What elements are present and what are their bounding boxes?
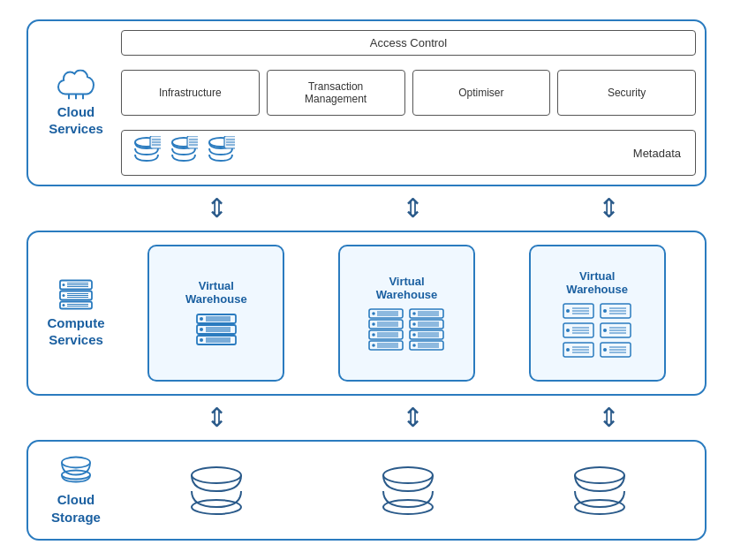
bidirectional-arrow-1: ⇕	[206, 195, 228, 222]
svg-point-55	[373, 333, 376, 337]
svg-point-70	[413, 322, 417, 326]
warehouse-label-2: VirtualWarehouse	[376, 275, 438, 301]
access-control-bar: Access Control	[121, 30, 696, 56]
bidirectional-arrow-6: ⇕	[598, 405, 620, 431]
arrows-cs-compute: ⇕ ⇕ ⇕	[26, 195, 707, 222]
svg-point-118	[383, 467, 433, 483]
db-icons-group	[132, 136, 235, 170]
w3-server-4	[600, 322, 631, 338]
db-icon-2	[170, 136, 198, 170]
w3-server-5	[563, 342, 594, 358]
storage-db-container-1	[148, 466, 285, 515]
warehouse-3-servers	[563, 303, 631, 358]
optimiser-box: Optimiser	[412, 70, 551, 116]
svg-point-50	[373, 322, 376, 326]
arrow-col-3: ⇕	[540, 195, 677, 222]
cloud-services-label: Cloud Services	[41, 69, 111, 137]
compute-services-layer: ComputeServices VirtualWarehouse	[26, 231, 707, 396]
w3-server-3	[563, 322, 594, 338]
svg-point-95	[566, 329, 570, 332]
transaction-management-box: TransactionManagement	[267, 70, 405, 116]
svg-point-85	[566, 309, 570, 313]
arrow-col-4: ⇕	[148, 405, 285, 431]
warehouse-2-server-1	[368, 308, 404, 352]
architecture-diagram: Cloud Services Access Control Infrastruc…	[18, 11, 715, 549]
svg-point-90	[603, 309, 607, 313]
svg-point-120	[575, 467, 624, 483]
svg-point-65	[413, 312, 417, 315]
cloud-services-layer: Cloud Services Access Control Infrastruc…	[26, 19, 707, 186]
warehouse-box-2: VirtualWarehouse	[338, 245, 475, 382]
bidirectional-arrow-5: ⇕	[402, 405, 424, 431]
bidirectional-arrow-2: ⇕	[402, 195, 424, 222]
svg-point-100	[603, 329, 607, 332]
svg-point-110	[603, 348, 607, 352]
compute-services-label: ComputeServices	[41, 278, 111, 348]
db-icon-1	[132, 136, 161, 170]
bidirectional-arrow-4: ⇕	[206, 405, 228, 431]
arrows-compute-storage: ⇕ ⇕ ⇕	[26, 405, 707, 431]
svg-point-60	[373, 344, 376, 347]
storage-db-1	[188, 466, 246, 515]
svg-point-105	[566, 348, 570, 352]
arrow-col-1: ⇕	[148, 195, 285, 222]
security-box: Security	[557, 70, 696, 116]
arrow-col-2: ⇕	[344, 195, 481, 222]
arrow-col-6: ⇕	[540, 405, 677, 431]
warehouse-label-1: VirtualWarehouse	[185, 279, 247, 306]
warehouse-box-3: VirtualWarehouse	[529, 245, 666, 382]
cloud-storage-layer: CloudStorage	[26, 440, 707, 541]
metadata-label: Metadata	[633, 147, 681, 160]
storage-db-container-2	[340, 466, 477, 515]
svg-point-80	[413, 344, 417, 347]
services-row: Infrastructure TransactionManagement Opt…	[121, 70, 696, 116]
svg-point-35	[200, 328, 203, 331]
storage-db-container-3	[532, 466, 669, 515]
w3-server-6	[600, 342, 631, 358]
db-icon-3	[207, 136, 235, 170]
infrastructure-box: Infrastructure	[121, 70, 260, 116]
svg-point-40	[200, 338, 203, 342]
warehouse-2-servers	[368, 308, 444, 352]
svg-point-116	[192, 467, 241, 483]
svg-point-16	[63, 284, 65, 286]
warehouse-icon-1	[195, 313, 238, 348]
metadata-row: Metadata	[121, 130, 696, 176]
warehouse-box-1: VirtualWarehouse	[147, 245, 284, 382]
storage-db-3	[571, 466, 629, 515]
warehouse-2-server-2	[409, 308, 444, 352]
svg-point-75	[413, 333, 417, 337]
w3-server-2	[600, 303, 631, 319]
cloud-storage-label: CloudStorage	[41, 456, 111, 526]
bidirectional-arrow-3: ⇕	[598, 195, 620, 222]
svg-point-45	[373, 312, 376, 315]
warehouse-label-3: VirtualWarehouse	[566, 269, 628, 296]
warehouses-row: VirtualWarehouse	[121, 245, 692, 382]
storage-db-2	[380, 466, 437, 515]
svg-point-26	[63, 304, 65, 306]
svg-point-114	[62, 458, 90, 468]
w3-server-1	[563, 303, 594, 319]
storage-icons-row	[121, 466, 696, 515]
arrow-col-5: ⇕	[344, 405, 481, 431]
svg-point-30	[200, 317, 203, 321]
svg-point-21	[63, 294, 65, 297]
